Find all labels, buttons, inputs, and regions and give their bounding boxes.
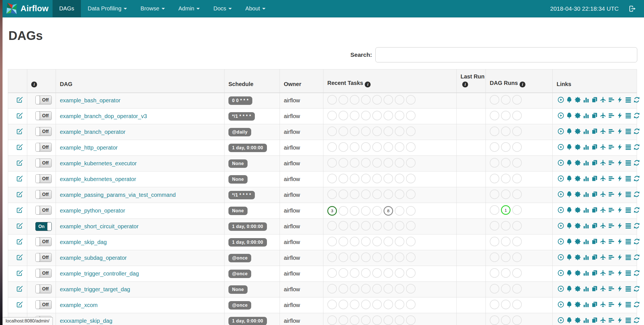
task-tries-icon[interactable] [591, 301, 598, 308]
edit-dag-button[interactable] [16, 254, 23, 261]
dag-pause-toggle[interactable]: Off [35, 300, 52, 309]
dag-run-state-circle[interactable] [512, 205, 522, 215]
dag-pause-toggle[interactable]: Off [35, 190, 52, 199]
landing-times-icon[interactable] [600, 238, 606, 245]
refresh-icon[interactable] [633, 222, 640, 229]
task-state-circle[interactable] [384, 142, 393, 152]
task-state-circle[interactable] [327, 268, 337, 278]
gantt-view-icon[interactable] [608, 144, 615, 150]
code-view-icon[interactable] [616, 317, 623, 324]
task-state-circle[interactable] [384, 315, 393, 325]
task-tries-icon[interactable] [591, 159, 598, 166]
dag-pause-toggle[interactable]: Off [35, 143, 52, 152]
task-state-circle[interactable] [327, 142, 337, 152]
task-duration-icon[interactable] [583, 317, 589, 324]
dag-run-state-circle[interactable]: 1 [501, 205, 511, 215]
task-state-circle[interactable] [395, 142, 404, 152]
task-duration-icon[interactable] [583, 270, 589, 276]
task-state-circle[interactable] [372, 142, 382, 152]
dag-run-state-circle[interactable] [490, 189, 499, 199]
logs-icon[interactable] [625, 317, 632, 324]
task-state-circle[interactable] [395, 158, 404, 168]
task-state-circle[interactable] [361, 189, 371, 199]
tree-view-icon[interactable] [566, 96, 573, 103]
task-state-circle[interactable] [395, 284, 404, 294]
dag-pause-toggle[interactable]: Off [35, 111, 52, 120]
landing-times-icon[interactable] [600, 285, 606, 292]
task-state-circle[interactable] [350, 206, 359, 216]
code-view-icon[interactable] [616, 191, 623, 198]
code-view-icon[interactable] [616, 222, 623, 229]
dag-run-state-circle[interactable] [490, 205, 499, 215]
task-tries-icon[interactable] [591, 270, 598, 276]
dag-run-state-circle[interactable] [501, 300, 511, 309]
graph-view-icon[interactable] [574, 301, 581, 308]
tree-view-icon[interactable] [566, 144, 573, 150]
dag-link[interactable]: example_branch_operator [60, 129, 126, 135]
task-state-circle[interactable] [406, 127, 416, 136]
task-tries-icon[interactable] [591, 238, 598, 245]
task-tries-icon[interactable] [591, 207, 598, 213]
dag-run-state-circle[interactable] [512, 95, 522, 105]
refresh-icon[interactable] [633, 96, 640, 103]
task-state-circle[interactable] [384, 111, 393, 120]
task-state-circle[interactable] [406, 189, 416, 199]
trigger-dag-icon[interactable] [557, 238, 564, 245]
tree-view-icon[interactable] [566, 191, 573, 198]
trigger-dag-icon[interactable] [557, 207, 564, 213]
tree-view-icon[interactable] [566, 317, 573, 324]
task-duration-icon[interactable] [583, 222, 589, 229]
task-state-circle[interactable] [361, 237, 371, 246]
dag-run-state-circle[interactable] [512, 111, 522, 120]
task-state-circle[interactable] [384, 268, 393, 278]
tree-view-icon[interactable] [566, 222, 573, 229]
dag-link[interactable]: exxxample_skip_dag [60, 318, 112, 324]
task-state-circle[interactable] [339, 315, 348, 325]
task-state-circle[interactable] [372, 206, 382, 216]
edit-dag-button[interactable] [16, 112, 23, 119]
task-state-circle[interactable] [372, 174, 382, 183]
graph-view-icon[interactable] [574, 175, 581, 182]
dag-run-state-circle[interactable] [490, 237, 499, 246]
edit-dag-button[interactable] [16, 223, 23, 229]
tree-view-icon[interactable] [566, 301, 573, 308]
logs-icon[interactable] [625, 222, 632, 229]
gantt-view-icon[interactable] [608, 301, 615, 308]
landing-times-icon[interactable] [600, 222, 606, 229]
refresh-icon[interactable] [633, 285, 640, 292]
task-state-circle[interactable] [406, 315, 416, 325]
task-state-circle[interactable] [372, 111, 382, 120]
dag-run-state-circle[interactable] [490, 142, 499, 152]
task-state-circle[interactable] [327, 221, 337, 231]
task-state-circle[interactable] [361, 174, 371, 183]
task-state-circle[interactable] [327, 174, 337, 183]
brand-link[interactable]: Airflow [3, 0, 53, 17]
code-view-icon[interactable] [616, 128, 623, 135]
task-state-circle[interactable] [395, 95, 404, 105]
tree-view-icon[interactable] [566, 112, 573, 119]
task-state-circle[interactable] [339, 206, 348, 216]
task-state-circle[interactable] [327, 252, 337, 262]
edit-dag-button[interactable] [16, 301, 23, 308]
trigger-dag-icon[interactable] [557, 128, 564, 135]
trigger-dag-icon[interactable] [557, 317, 564, 324]
dag-run-state-circle[interactable] [512, 158, 522, 168]
dag-run-state-circle[interactable] [512, 315, 522, 325]
task-state-circle[interactable] [327, 315, 337, 325]
dag-run-state-circle[interactable] [501, 221, 511, 231]
logs-icon[interactable] [625, 301, 632, 308]
tree-view-icon[interactable] [566, 159, 573, 166]
task-state-circle[interactable] [406, 284, 416, 294]
dag-run-state-circle[interactable] [490, 127, 499, 136]
dag-run-state-circle[interactable] [501, 95, 511, 105]
task-state-circle[interactable] [327, 237, 337, 246]
edit-dag-button[interactable] [16, 270, 23, 276]
nav-item-admin[interactable]: Admin [172, 0, 207, 17]
task-state-circle[interactable] [384, 174, 393, 183]
task-duration-icon[interactable] [583, 285, 589, 292]
graph-view-icon[interactable] [574, 222, 581, 229]
dag-link[interactable]: example_skip_dag [60, 239, 107, 245]
task-state-circle[interactable] [350, 95, 359, 105]
task-state-circle[interactable] [372, 127, 382, 136]
dag-pause-toggle[interactable]: Off [35, 96, 52, 104]
